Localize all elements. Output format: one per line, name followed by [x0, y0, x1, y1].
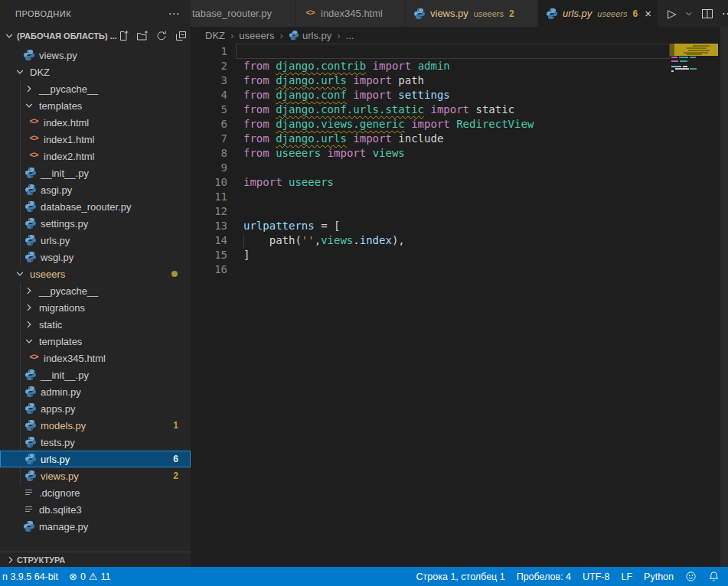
- tree-file-tests-py[interactable]: tests.py: [0, 434, 191, 451]
- tab-tabase-roouter-py[interactable]: tabase_roouter.py: [191, 0, 295, 27]
- tab-index345-html[interactable]: <>index345.html: [296, 0, 405, 27]
- breadcrumb-item-useeers[interactable]: useeers: [239, 30, 274, 41]
- tree-file-index2-html[interactable]: <>index2.html: [0, 148, 191, 164]
- chevron-right-icon: [23, 301, 35, 314]
- python-icon: [23, 520, 35, 532]
- line-number: 9: [191, 161, 227, 175]
- new-file-icon[interactable]: [117, 30, 129, 42]
- tree-folder-useeers[interactable]: useeers: [0, 265, 191, 282]
- tree-folder-templates[interactable]: templates: [0, 97, 191, 114]
- run-dropdown-chevron-icon[interactable]: [685, 10, 693, 18]
- line-number: 4: [191, 88, 227, 103]
- tree-folder-migrations[interactable]: migrations: [0, 299, 191, 316]
- collapse-all-icon[interactable]: [175, 30, 187, 42]
- tree-folder-dkz[interactable]: DKZ: [0, 63, 191, 80]
- editor-more-actions-button[interactable]: ⋯: [722, 6, 728, 21]
- notifications-bell-icon[interactable]: [708, 571, 720, 582]
- file-icon: [23, 503, 35, 516]
- tree-folder-pycache[interactable]: __pycache__: [0, 282, 191, 299]
- tree-file-wsgi-py[interactable]: wsgi.py: [0, 249, 191, 265]
- tree-file-settings-py[interactable]: settings.py: [0, 215, 191, 232]
- indentation-status[interactable]: Пробелов: 4: [517, 571, 571, 582]
- tree-file-index1-html[interactable]: <>index1.html: [0, 131, 191, 148]
- tree-item-label: index2.html: [44, 151, 94, 162]
- minimap[interactable]: [670, 44, 720, 151]
- code-line: path('',views.index),: [243, 233, 534, 248]
- tab-label: urls.py: [563, 8, 592, 19]
- tree-folder-static[interactable]: static: [0, 316, 191, 333]
- code-content: from django.contrib import adminfrom dja…: [243, 44, 534, 277]
- explorer-more-icon[interactable]: ⋯: [168, 8, 181, 19]
- problems-status[interactable]: ⊗ 0 ⚠ 11: [69, 571, 111, 582]
- tree-item-label: db.sqlite3: [39, 504, 82, 516]
- tree-file-index-html[interactable]: <>index.html: [0, 114, 191, 131]
- tree-file-views-py[interactable]: views.py2: [0, 467, 191, 484]
- line-number: 1: [191, 44, 227, 59]
- language-mode-status[interactable]: Python: [644, 571, 674, 582]
- breadcrumb-item-urls-py[interactable]: urls.py: [289, 30, 331, 41]
- tree-file-db-sqlite3[interactable]: db.sqlite3: [0, 501, 191, 518]
- tree-file-index345-html[interactable]: <>index345.html: [0, 350, 191, 366]
- python-icon: [24, 369, 37, 381]
- outline-section-header[interactable]: СТРУКТУРА: [0, 552, 191, 567]
- workspace-section-label: (РАБОЧАЯ ОБЛАСТЬ) ...: [17, 31, 117, 41]
- tree-file-urls-py[interactable]: urls.py: [0, 232, 191, 249]
- tree-item-label: index345.html: [44, 353, 106, 364]
- tree-file-database-roouter-py[interactable]: database_roouter.py: [0, 198, 191, 215]
- run-python-file-button[interactable]: ▷: [668, 7, 677, 21]
- breadcrumb-item-[interactable]: ...: [346, 30, 354, 41]
- encoding-status[interactable]: UTF-8: [583, 571, 609, 582]
- tree-file-asgi-py[interactable]: asgi.py: [0, 181, 191, 198]
- python-icon: [24, 386, 37, 398]
- python-interpreter-status[interactable]: n 3.9.5 64-bit: [2, 571, 58, 582]
- code-line: from django.contrib import admin: [243, 59, 534, 73]
- tree-file-init-py[interactable]: __init__.py: [0, 366, 191, 383]
- line-number: 10: [191, 175, 227, 190]
- tree-item-label: .dcignore: [39, 487, 80, 499]
- code-line: ]: [243, 248, 534, 262]
- line-number: 7: [191, 132, 227, 146]
- python-icon: [24, 167, 37, 179]
- tree-item-label: models.py: [41, 420, 86, 431]
- line-number: 5: [191, 103, 227, 117]
- tree-file-admin-py[interactable]: admin.py: [0, 383, 191, 400]
- line-numbers-gutter: 12345678910111213141516: [191, 44, 227, 277]
- tree-folder-templates[interactable]: templates: [0, 333, 191, 350]
- tree-item-label: migrations: [39, 302, 85, 314]
- tree-file-manage-py[interactable]: manage.py: [0, 518, 191, 535]
- tree-item-label: index1.html: [44, 134, 94, 145]
- tab-problems-badge: 2: [509, 8, 514, 19]
- line-number: 3: [191, 73, 227, 88]
- tab-urls-py[interactable]: urls.pyuseeers6×: [538, 0, 658, 27]
- tree-item-label: views.py: [39, 50, 77, 61]
- tree-file-urls-py[interactable]: urls.py6: [0, 451, 191, 467]
- tab-close-button[interactable]: ×: [645, 8, 651, 19]
- tree-file-dcignore[interactable]: .dcignore: [0, 484, 191, 501]
- refresh-icon[interactable]: [155, 30, 168, 42]
- tree-item-label: database_roouter.py: [41, 201, 132, 213]
- tree-folder-pycache[interactable]: __pycache__: [0, 80, 191, 97]
- python-icon: [24, 184, 37, 196]
- eol-status[interactable]: LF: [621, 571, 632, 582]
- tree-item-label: DKZ: [30, 67, 50, 78]
- problems-count-badge: 1: [173, 420, 178, 431]
- feedback-icon[interactable]: [685, 571, 697, 582]
- editor-code-area[interactable]: 12345678910111213141516 from django.cont…: [191, 44, 728, 567]
- tree-file-views-py[interactable]: views.py: [0, 47, 191, 63]
- new-folder-icon[interactable]: [136, 30, 149, 42]
- tree-item-label: tests.py: [41, 437, 75, 448]
- tree-file-apps-py[interactable]: apps.py: [0, 400, 191, 417]
- tree-file-models-py[interactable]: models.py1: [0, 417, 191, 434]
- line-number: 16: [191, 262, 227, 277]
- problems-count-badge: 2: [173, 470, 178, 481]
- breadcrumb-item-dkz[interactable]: DKZ: [205, 30, 225, 41]
- tree-file-init-py[interactable]: __init__.py: [0, 164, 191, 181]
- line-number: 14: [191, 233, 227, 248]
- editor-scrollbar[interactable]: [720, 27, 728, 567]
- cursor-position-status[interactable]: Строка 1, столбец 1: [416, 571, 505, 582]
- tree-item-label: __pycache__: [39, 285, 98, 297]
- tab-views-py[interactable]: views.pyuseeers2: [406, 0, 537, 27]
- split-editor-button[interactable]: [701, 8, 713, 20]
- workspace-section-header[interactable]: (РАБОЧАЯ ОБЛАСТЬ) ...: [0, 27, 191, 44]
- code-line: [243, 44, 534, 59]
